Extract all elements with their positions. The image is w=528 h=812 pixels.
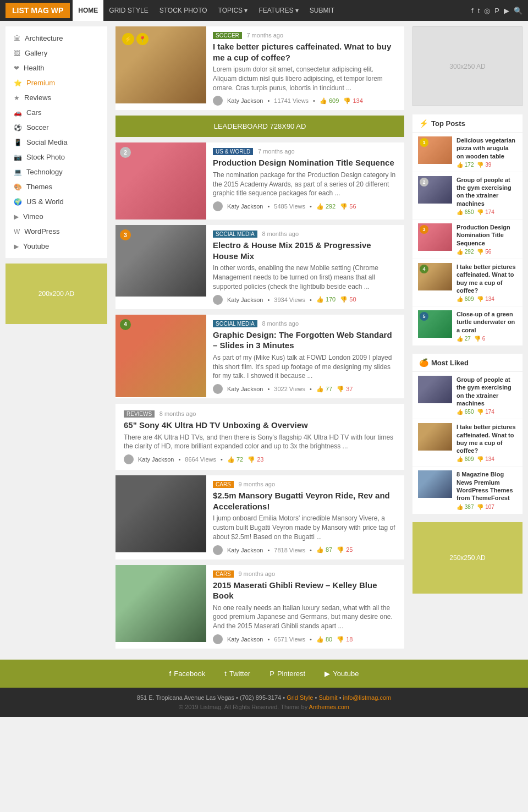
top-post-likes-5: 👍 27 [457,336,471,342]
post-views-1: 11741 Views [274,97,309,104]
top-post-title-5[interactable]: Close-up of a green turtle underwater on… [457,310,517,334]
post-body-1: SOCCER 7 months ago I take better pictur… [206,26,404,110]
twitter-icon-header[interactable]: t [478,7,480,15]
top-post-title-1[interactable]: Delicious vegetarian pizza with arugula … [457,136,517,160]
facebook-icon-footer: f [169,670,172,678]
footer-twitter-link[interactable]: t Twitter [224,670,250,678]
post-title-6[interactable]: $2.5m Mansory Bugatti Veyron Ride, Rev a… [213,490,398,512]
post-card-7: CARS 9 months ago 2015 Maserati Ghibli R… [116,565,404,649]
sidebar-label-vimeo: Vimeo [23,212,43,221]
soccer-icon: ⚽ [14,124,22,131]
youtube-icon-header[interactable]: ▶ [504,7,509,15]
footer-pinterest-link[interactable]: P Pinterest [270,670,305,678]
header: LIST MAG WP HOME GRID STYLE STOCK PHOTO … [0,0,528,21]
cars-icon: 🚗 [14,109,22,117]
facebook-icon-header[interactable]: f [471,7,474,15]
most-liked-item-3: 8 Magazine Blog News Premium WordPress T… [413,467,522,513]
most-liked-title-1[interactable]: Group of people at the gym exercising on… [457,376,517,407]
post-tag-4[interactable]: SOCIAL MEDIA [213,320,257,327]
nav-features[interactable]: FEATURES ▾ [253,0,304,21]
main-content: ⚡ 📍 SOCCER 7 months ago I take better pi… [116,26,404,654]
post-badge-1: ⚡ [122,33,134,45]
post-title-2[interactable]: Production Design Nomination Title Seque… [213,157,398,168]
sidebar-item-social-media[interactable]: 📱 Social Media [6,135,107,150]
most-liked-title-2[interactable]: I take better pictures caffeinated. Wnat… [457,423,517,454]
post-likes-3: 👍 170 [316,296,336,303]
post-title-1[interactable]: I take better pictures caffeinated. Wnat… [213,41,398,63]
footer-theme-author-link[interactable]: Anthemes.com [309,704,349,710]
most-liked-title-3[interactable]: 8 Magazine Blog News Premium WordPress T… [457,470,517,502]
top-post-likes-2: 👍 650 [457,209,474,215]
post-title-5[interactable]: 65" Sony 4K Ultra HD TV Unboxing & Overv… [124,420,396,431]
orange-icon: 🍊 [419,358,428,367]
sidebar: 🏛 Architecture 🖼 Gallery ❤ Health ⭐ Prem… [6,26,107,654]
sidebar-item-stock-photo[interactable]: 📷 Stock Photo [6,150,107,164]
footer-facebook-link[interactable]: f Facebook [169,670,206,678]
post-card-3: 3 SOCIAL MEDIA 8 months ago Electro & Ho… [116,225,404,309]
sidebar-item-gallery[interactable]: 🖼 Gallery [6,46,107,61]
sidebar-label-cars: Cars [26,108,41,117]
instagram-icon-header[interactable]: ◎ [484,7,490,15]
nav-submit[interactable]: SUBMIT [304,0,340,21]
footer-grid-style-link[interactable]: Grid Style [287,694,313,701]
post-tag-7[interactable]: CARS [213,570,234,578]
sidebar-label-health: Health [24,64,45,72]
top-post-dislikes-1: 👎 39 [477,162,491,168]
nav-topics[interactable]: TOPICS ▾ [213,0,254,21]
sidebar-item-health[interactable]: ❤ Health [6,61,107,75]
sidebar-label-youtube: Youtube [23,242,49,250]
post-tag-6[interactable]: CARS [213,481,234,488]
footer-submit-link[interactable]: Submit [318,694,337,701]
post-card-1: ⚡ 📍 SOCCER 7 months ago I take better pi… [116,26,404,110]
post-tag-5[interactable]: REVIEWS [124,410,155,418]
most-liked-info-1: Group of people at the gym exercising on… [457,376,517,415]
sidebar-item-youtube[interactable]: ▶ Youtube [6,239,107,254]
post-author-6: Katy Jackson [227,547,263,553]
post-author-2: Katy Jackson [227,203,263,210]
top-post-title-4[interactable]: I take better pictures caffeinated. Wnat… [457,263,517,294]
post-title-3[interactable]: Electro & House Mix 2015 & Progressive H… [213,240,398,261]
post-title-4[interactable]: Graphic Design: The Forgotten Web Standa… [213,330,398,351]
top-post-title-3[interactable]: Production Design Nomination Title Seque… [457,223,517,247]
sidebar-item-wordpress[interactable]: W WordPress [6,224,107,239]
nav-home[interactable]: HOME [73,0,103,21]
social-icons-header: f t ◎ P ▶ 🔍 [471,7,522,15]
post-tag-3[interactable]: SOCIAL MEDIA [213,231,257,238]
post-tag-1[interactable]: SOCCER [213,32,242,39]
sidebar-item-cars[interactable]: 🚗 Cars [6,105,107,120]
footer-youtube-link[interactable]: ▶ Youtube [324,670,359,678]
top-post-badge-4: 4 [420,265,428,273]
sidebar-item-vimeo[interactable]: ▶ Vimeo [6,209,107,224]
themes-icon: 🎨 [14,183,22,191]
top-post-title-2[interactable]: Group of people at the gym exercising on… [457,176,517,207]
post-meta-5: Katy Jackson • 8664 Views • 👍 72 👎 23 [124,454,396,464]
pinterest-icon-header[interactable]: P [494,7,499,15]
sidebar-item-soccer[interactable]: ⚽ Soccer [6,120,107,135]
search-icon-header[interactable]: 🔍 [514,7,522,15]
site-logo[interactable]: LIST MAG WP [6,3,70,18]
sidebar-item-technology[interactable]: 💻 Technology [6,164,107,179]
leaderboard-ad: LEADERBOARD 728X90 AD [116,116,404,137]
top-post-info-4: I take better pictures caffeinated. Wnat… [457,263,517,302]
sidebar-item-themes[interactable]: 🎨 Themes [6,179,107,194]
most-liked-widget: 🍊 Most Liked Group of people at the gym … [413,354,522,514]
footer-bottom: 851 E. Tropicana Avenue Las Vegas • (702… [0,688,528,717]
most-liked-info-3: 8 Magazine Blog News Premium WordPress T… [457,470,517,509]
sidebar-label-us-world: US & World [26,197,64,206]
post-time-6: 9 months ago [238,481,275,487]
sidebar-item-premium[interactable]: ⭐ Premium [6,75,107,90]
most-liked-likes-2: 👍 609 [457,456,474,462]
sidebar-item-us-world[interactable]: 🌍 US & World [6,194,107,209]
post-excerpt-7: No one really needs an Italian luxury se… [213,603,398,631]
post-avatar-4 [213,384,223,394]
footer-email-link[interactable]: info@listmag.com [343,694,392,701]
post-title-7[interactable]: 2015 Maserati Ghibli Review – Kelley Blu… [213,580,398,601]
post-author-1: Katy Jackson [227,97,263,104]
sidebar-item-reviews[interactable]: ★ Reviews [6,90,107,105]
post-tag-2[interactable]: US & WORLD [213,148,253,155]
sidebar-item-architecture[interactable]: 🏛 Architecture [6,31,107,46]
nav-stock-photo[interactable]: STOCK PHOTO [154,0,213,21]
post-body-2: US & WORLD 7 months ago Production Desig… [206,142,404,220]
nav-grid-style[interactable]: GRID STYLE [103,0,153,21]
post-body-4: SOCIAL MEDIA 8 months ago Graphic Design… [206,315,404,398]
